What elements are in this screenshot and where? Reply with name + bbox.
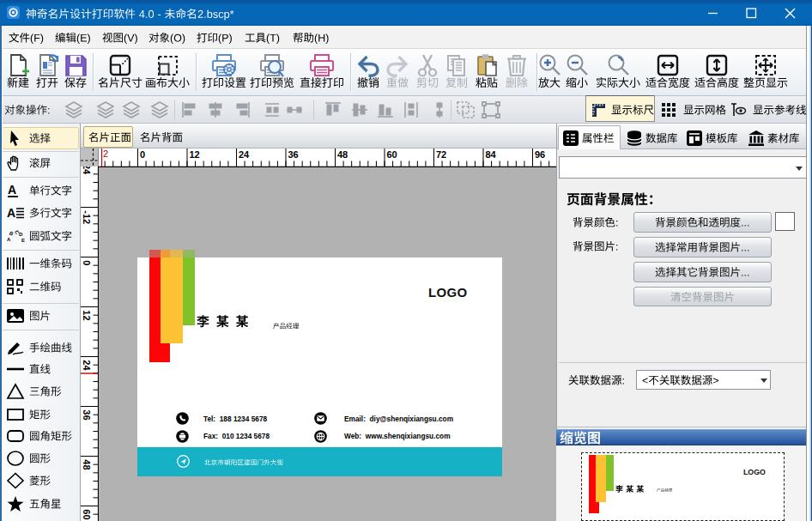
svg-text:12: 12: [82, 310, 92, 320]
svg-text:60: 60: [82, 509, 92, 519]
svg-text:60: 60: [387, 149, 397, 160]
svg-text:48: 48: [82, 459, 92, 470]
svg-text:12: 12: [190, 149, 200, 160]
svg-text:-24: -24: [82, 167, 92, 175]
svg-text:D: D: [19, 232, 23, 237]
svg-text:E: E: [21, 238, 25, 243]
svg-text:-12: -12: [82, 210, 92, 224]
svg-text:84: 84: [486, 149, 497, 160]
svg-text:A: A: [8, 183, 16, 197]
svg-text:48: 48: [337, 149, 348, 160]
svg-text:96: 96: [535, 149, 545, 160]
svg-text:A: A: [7, 237, 11, 242]
svg-text:2: 2: [103, 148, 108, 159]
svg-text:0: 0: [140, 149, 145, 160]
svg-text:72: 72: [436, 149, 446, 160]
svg-text:36: 36: [82, 409, 92, 420]
svg-text:36: 36: [288, 149, 299, 160]
svg-text:A: A: [7, 206, 15, 220]
svg-text:0: 0: [82, 260, 92, 265]
svg-text:24: 24: [239, 149, 250, 160]
svg-text:24: 24: [82, 360, 92, 371]
